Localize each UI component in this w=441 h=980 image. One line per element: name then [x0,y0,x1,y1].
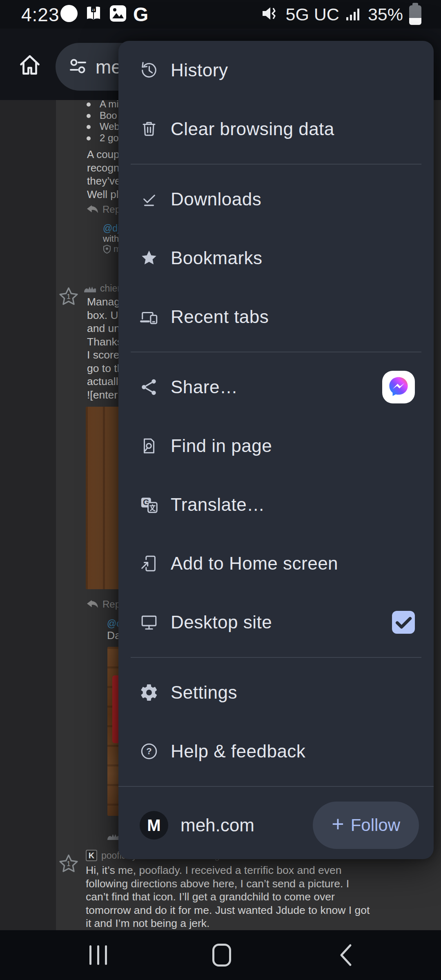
history-icon [140,61,158,80]
menu-item-label: Translate… [171,494,265,515]
menu-item-settings[interactable]: Settings [118,663,434,722]
menu-item-label: Downloads [171,189,261,209]
recents-icon [89,945,107,965]
shield-icon [103,245,111,254]
vote-count: 1 [58,860,79,868]
reply-arrow-icon [87,599,98,609]
menu-item-desktop-site[interactable]: Desktop site [118,593,434,652]
download-done-icon [140,190,158,209]
menu-item-clear-browsing-data[interactable]: Clear browsing data [118,100,434,158]
battery-percent-label: 35% [368,4,403,24]
vote-count: 1 [58,293,79,301]
system-nav-bar [0,930,441,980]
site-row: M meh.com + Follow [118,787,434,859]
android-screen: 4:23 a G 5G UC 35% [0,0,441,980]
tune-icon[interactable] [68,57,88,77]
comment-body: Hi, it’s me, pooflady. I received a terr… [86,864,370,930]
clock: 4:23 [21,4,60,26]
find-in-page-icon [140,437,158,455]
gallery-icon [109,4,127,24]
menu-item-help-feedback[interactable]: ?Help & feedback [118,722,434,781]
url-text: me [96,56,122,78]
menu-item-label: Clear browsing data [171,119,334,139]
system-status-icons: 5G UC 35% [261,0,422,29]
home-button[interactable] [18,52,42,78]
crab-icon [84,285,96,293]
home-nav-icon [212,944,231,967]
menu-divider [131,657,421,658]
crab-icon [107,832,119,840]
comment-header-hidden [107,832,119,842]
menu-item-label: Add to Home screen [171,553,338,574]
menu-item-share[interactable]: Share… [118,358,434,416]
messenger-share-badge[interactable] [382,371,415,403]
text-line: 2 go [87,132,120,144]
settings-gear-icon [140,683,158,702]
star-vote-button[interactable]: 1 [58,853,79,875]
plus-icon: + [332,812,344,836]
devices-icon [140,307,158,326]
menu-item-label: Find in page [171,436,272,456]
user-badge-icon: K [86,850,97,861]
menu-panel: HistoryClear browsing dataDownloadsBookm… [118,41,434,859]
messenger-icon [60,4,78,24]
recents-button[interactable] [78,930,118,980]
menu-item-label: Recent tabs [171,307,269,327]
menu-item-recent-tabs[interactable]: Recent tabs [118,287,434,346]
menu-item-downloads[interactable]: Downloads [118,170,434,229]
menu-item-label: Help & feedback [171,741,305,762]
home-nav-button[interactable] [201,930,242,980]
menu-item-label: Desktop site [171,612,272,633]
text-line: it and I’m not being a jerk. [86,917,370,930]
text-line: following directions above here, I can’t… [86,877,370,891]
battery-icon [409,5,421,25]
menu-item-label: History [171,60,228,80]
text-line: can’t find that icon. I’ll get a grandch… [86,890,370,904]
back-icon [338,944,353,967]
help-circle-icon: ? [140,742,158,761]
menu-item-bookmarks[interactable]: Bookmarks [118,229,434,287]
follow-button[interactable]: + Follow [313,802,419,849]
bullet-list: A miBooWeb2 go [87,100,120,143]
site-domain-label: meh.com [180,815,254,835]
menu-item-add-to-home-screen[interactable]: Add to Home screen [118,534,434,593]
share-icon [140,378,158,396]
add-to-home-icon [140,554,158,573]
menu-items: HistoryClear browsing dataDownloadsBookm… [118,41,434,781]
menu-divider [131,352,421,352]
site-avatar: M [140,811,168,840]
google-icon: G [133,3,148,26]
signal-icon [345,4,362,24]
desktop-site-checkbox[interactable] [392,611,415,634]
menu-item-translate[interactable]: GTranslate… [118,475,434,534]
menu-item-label: Bookmarks [171,248,263,268]
notification-icons: a G [60,0,148,29]
network-type-label: 5G UC [286,4,339,24]
kindle-book-icon: a [84,4,103,24]
menu-item-history[interactable]: History [118,41,434,100]
menu-item-label: Settings [171,682,237,703]
reply-arrow-icon [87,205,98,214]
text-line: Boo [87,110,120,121]
text-line: A mi [87,100,120,110]
back-button[interactable] [325,930,366,980]
star-filled-icon [140,249,158,267]
desktop-icon [140,613,158,632]
menu-divider [131,164,421,165]
translate-icon: G [140,495,158,514]
menu-item-find-in-page[interactable]: Find in page [118,416,434,475]
trash-icon [140,120,158,138]
mute-vibrate-icon [261,4,280,24]
status-bar: 4:23 a G 5G UC 35% [0,0,441,29]
text-line: Hi, it’s me, pooflady. I received a terr… [86,864,370,877]
menu-item-label: Share… [171,377,238,397]
star-vote-button[interactable]: 1 [58,286,79,307]
svg-text:?: ? [146,746,151,756]
text-line: tomorrow and do it for me. Just wanted J… [86,904,370,917]
text-line: Web [87,121,120,132]
